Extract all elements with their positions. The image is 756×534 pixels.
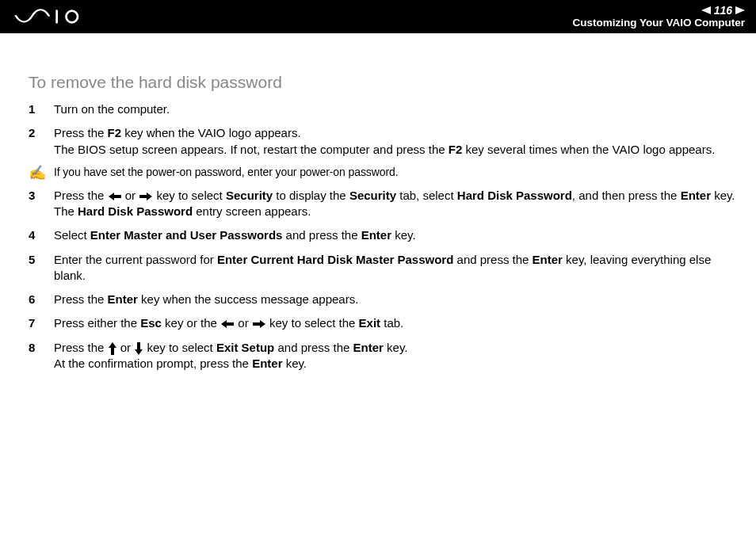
- step-num: 7: [29, 315, 54, 331]
- step-body: Press either the Esc key or the or key t…: [54, 315, 739, 331]
- step-8: 8 Press the or key to select Exit Setup …: [29, 340, 739, 372]
- step-4: 4 Select Enter Master and User Passwords…: [29, 227, 739, 243]
- step-num: 5: [29, 252, 54, 268]
- steps-list: 1 Turn on the computer. 2 Press the F2 k…: [29, 101, 739, 372]
- arrow-down-icon: [135, 342, 143, 355]
- vaio-logo: [14, 0, 86, 33]
- step-7: 7 Press either the Esc key or the or key…: [29, 315, 739, 331]
- step-num: 3: [29, 188, 54, 204]
- svg-marker-3: [735, 6, 745, 14]
- svg-marker-7: [253, 320, 265, 328]
- page-title: To remove the hard disk password: [29, 73, 739, 92]
- step-body: Press the or key to select Security to d…: [54, 188, 739, 220]
- step-num: 4: [29, 227, 54, 243]
- step-body: Press the F2 key when the VAIO logo appe…: [54, 125, 739, 158]
- svg-point-1: [66, 11, 78, 23]
- page-number: 116: [714, 5, 732, 16]
- section-name: Customizing Your VAIO Computer: [572, 17, 745, 29]
- arrow-right-icon: [139, 193, 152, 200]
- step-body: Select Enter Master and User Passwords a…: [54, 227, 739, 243]
- header: 116 Customizing Your VAIO Computer: [0, 0, 756, 33]
- next-page-arrow-icon[interactable]: [735, 6, 745, 14]
- step-num: 6: [29, 292, 54, 307]
- svg-marker-4: [109, 193, 121, 200]
- step-2: 2 Press the F2 key when the VAIO logo ap…: [29, 125, 739, 158]
- step-num: 1: [29, 101, 54, 117]
- step-num: 8: [29, 340, 54, 356]
- step-body: Press the Enter key when the success mes…: [54, 292, 739, 307]
- note-icon: ✍: [29, 166, 54, 180]
- note: ✍ If you have set the power-on password,…: [29, 166, 739, 180]
- step-body: Turn on the computer.: [54, 101, 739, 117]
- step-6: 6 Press the Enter key when the success m…: [29, 292, 739, 307]
- prev-page-arrow-icon[interactable]: [701, 6, 711, 14]
- svg-marker-2: [701, 6, 711, 14]
- step-body: Enter the current password for Enter Cur…: [54, 252, 739, 284]
- svg-marker-6: [221, 320, 234, 328]
- header-right: 116 Customizing Your VAIO Computer: [572, 5, 745, 29]
- step-num: 2: [29, 125, 54, 141]
- page-nav: 116: [572, 5, 745, 16]
- arrow-left-icon: [109, 193, 121, 200]
- step-5: 5 Enter the current password for Enter C…: [29, 252, 739, 284]
- step-3: 3 Press the or key to select Security to…: [29, 188, 739, 220]
- svg-marker-5: [139, 193, 152, 200]
- step-1: 1 Turn on the computer.: [29, 101, 739, 117]
- content: To remove the hard disk password 1 Turn …: [0, 33, 756, 372]
- step-body: Press the or key to select Exit Setup an…: [54, 340, 739, 372]
- svg-marker-9: [135, 342, 143, 355]
- note-text: If you have set the power-on password, e…: [54, 166, 398, 178]
- arrow-left-icon: [221, 320, 234, 328]
- arrow-up-icon: [109, 342, 116, 355]
- arrow-right-icon: [253, 320, 265, 328]
- svg-marker-8: [109, 342, 116, 355]
